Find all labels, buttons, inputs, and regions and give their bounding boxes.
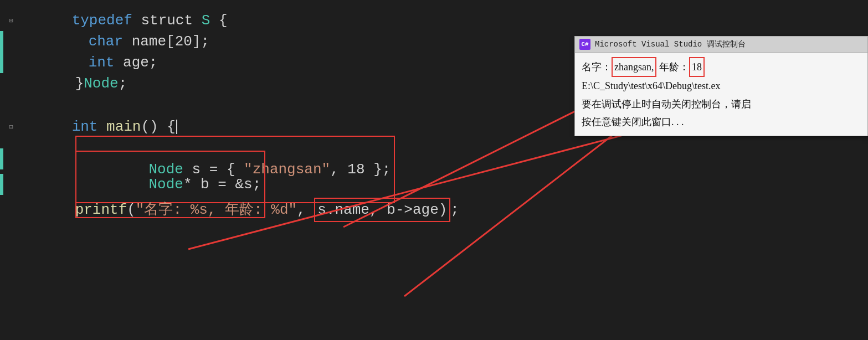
console-line-2: E:\C_Study\test\x64\Debug\test.ex [582,77,861,95]
annotation-box-args: s.name, b->age) [314,198,450,222]
line-indicator-char [0,31,3,52]
console-name-label: 名字： [582,61,612,73]
code-printf-text: printf("名字: %s, 年龄: %d", s.name, b->age)… [20,177,459,243]
line-indicator-node-b [0,174,3,195]
console-titlebar: C# Microsoft Visual Studio 调试控制台 [575,37,867,53]
console-line-1: 名字：zhangsan, 年龄：18 [582,57,861,77]
console-line-3: 要在调试停止时自动关闭控制台，请启 [582,95,861,113]
console-age-label: 年龄： [659,61,689,73]
collapse-icon-typedef[interactable]: ⊟ [6,15,17,26]
console-title: Microsoft Visual Studio 调试控制台 [595,39,746,49]
console-age-value-box: 18 [689,57,705,77]
console-name-value: zhangsan, [614,61,654,73]
line-indicator-int-age [0,52,3,73]
console-window: C# Microsoft Visual Studio 调试控制台 名字：zhan… [574,36,868,136]
console-body: 名字：zhangsan, 年龄：18 E:\C_Study\test\x64\D… [575,53,867,136]
editor-area: ⊟ typedef struct S { char name[20]; int … [0,0,868,340]
console-age-value: 18 [692,61,702,73]
collapse-icon-main[interactable]: ⊟ [6,121,17,132]
console-line-4: 按任意键关闭此窗口. . . [582,113,861,131]
code-line-printf: printf("名字: %s, 年龄: %d", s.name, b->age)… [0,199,868,220]
line-indicator-node-s [0,148,3,169]
vs-icon: C# [579,39,590,50]
console-name-value-box: zhangsan, [612,57,656,77]
